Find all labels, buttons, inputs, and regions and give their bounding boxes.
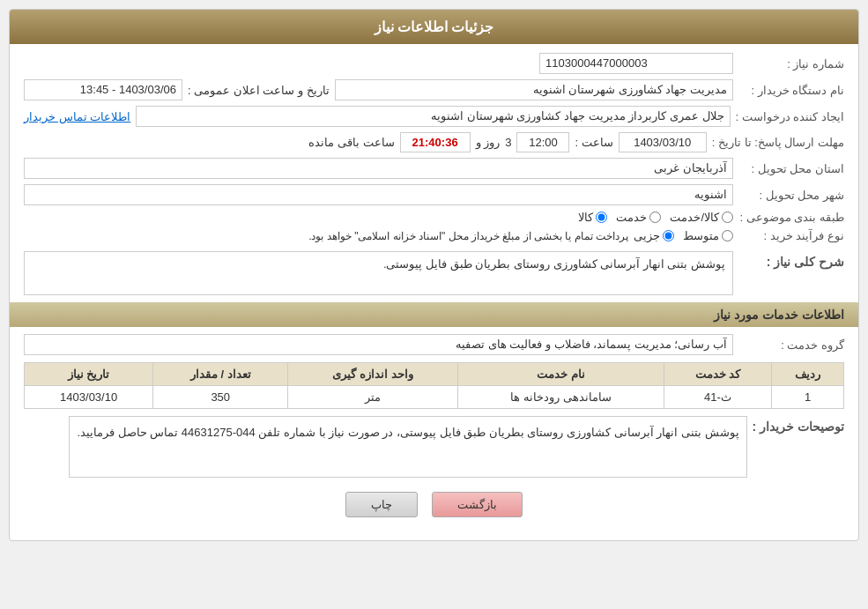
- description-value: پوشش بتنی انهار آبرسانی کشاورزی روستای ب…: [24, 251, 733, 295]
- col-row: ردیف: [772, 363, 844, 386]
- buyer-label: نام دستگاه خریدار :: [738, 84, 844, 97]
- services-section-title: اطلاعات خدمات مورد نیاز: [10, 302, 858, 327]
- footer-buttons: بازگشت چاپ: [24, 492, 844, 531]
- description-label: شرح کلی نیاز :: [738, 251, 844, 269]
- purchase-type-mutawassit-label: متوسط: [683, 229, 719, 242]
- table-cell-unit: متر: [288, 386, 458, 409]
- service-group-value: آب رسانی؛ مدیریت پسماند، فاضلاب و فعالیت…: [24, 334, 733, 355]
- col-code: کد خدمت: [664, 363, 771, 386]
- purchase-type-radio-group: متوسط جزیی: [634, 229, 733, 242]
- category-radio-khadamat[interactable]: [649, 212, 661, 223]
- purchase-type-option-mutawassit[interactable]: متوسط: [683, 229, 733, 242]
- buyer-value: مدیریت جهاد کشاورزی شهرستان اشنویه: [335, 79, 733, 100]
- back-button[interactable]: بازگشت: [432, 492, 523, 517]
- table-cell-code: ث-41: [664, 386, 771, 409]
- col-quantity: تعداد / مقدار: [153, 363, 288, 386]
- requester-label: ایجاد کننده درخواست :: [736, 110, 844, 123]
- announce-datetime-label: تاریخ و ساعت اعلان عمومی :: [188, 84, 330, 97]
- deadline-time: 12:00: [516, 132, 569, 152]
- requester-value: جلال عمری کاربرداز مدیریت جهاد کشاورزی ش…: [136, 106, 730, 127]
- province-label: استان محل تحویل :: [738, 162, 844, 175]
- need-number-value: 1103000447000003: [539, 53, 733, 74]
- city-label: شهر محل تحویل :: [738, 189, 844, 202]
- table-cell-name: ساماندهی رودخانه ها: [458, 386, 664, 409]
- table-cell-quantity: 350: [153, 386, 288, 409]
- purchase-type-juzii-label: جزیی: [634, 229, 660, 242]
- services-table: ردیف کد خدمت نام خدمت واحد اندازه گیری ت…: [24, 362, 844, 409]
- deadline-label: مهلت ارسال پاسخ: تا تاریخ :: [712, 136, 844, 149]
- service-group-label: گروه خدمت :: [738, 338, 844, 352]
- category-option-kala-label: کالا: [578, 211, 593, 224]
- deadline-day-label: روز و: [476, 136, 501, 149]
- category-option-kala-khadamat[interactable]: کالا/خدمت: [670, 211, 733, 224]
- deadline-date: 1403/03/10: [619, 132, 707, 152]
- print-button[interactable]: چاپ: [345, 492, 418, 517]
- category-option-kala-khadamat-label: کالا/خدمت: [670, 211, 719, 224]
- table-cell-row: 1: [772, 386, 844, 409]
- category-radio-group: کالا/خدمت خدمت کالا: [578, 211, 733, 224]
- category-option-kala[interactable]: کالا: [578, 211, 607, 224]
- purchase-type-note: پرداخت تمام یا بخشی از مبلغ خریداز محل "…: [24, 230, 628, 242]
- province-value: آذربایجان غربی: [24, 158, 733, 179]
- category-radio-kala-khadamat[interactable]: [722, 212, 733, 223]
- col-date: تاریخ نیاز: [25, 363, 153, 386]
- purchase-type-radio-mutawassit[interactable]: [722, 230, 733, 241]
- countdown-value: 21:40:36: [400, 132, 471, 152]
- purchase-type-radio-juzii[interactable]: [663, 230, 674, 241]
- countdown-label: ساعت باقی مانده: [308, 136, 394, 149]
- purchase-type-label: نوع فرآیند خرید :: [738, 229, 844, 242]
- table-row: 1ث-41ساماندهی رودخانه هامتر3501403/03/10: [25, 386, 844, 409]
- deadline-days-value: 3: [505, 136, 511, 149]
- deadline-time-label: ساعت :: [575, 136, 612, 149]
- buyer-notes-value: پوشش بتنی انهار آبرسانی کشاورزی روستای ب…: [69, 416, 746, 478]
- page-title: جزئیات اطلاعات نیاز: [10, 10, 858, 44]
- col-unit: واحد اندازه گیری: [288, 363, 458, 386]
- category-label: طبقه بندی موضوعی :: [738, 211, 844, 224]
- need-number-label: شماره نیاز :: [738, 57, 844, 71]
- announce-datetime-value: 1403/03/06 - 13:45: [24, 79, 182, 100]
- purchase-type-option-juzii[interactable]: جزیی: [634, 229, 674, 242]
- buyer-notes-label: توصیحات خریدار :: [753, 416, 844, 434]
- contact-link[interactable]: اطلاعات تماس خریدار: [24, 110, 130, 123]
- city-value: اشنویه: [24, 184, 733, 205]
- category-radio-kala[interactable]: [596, 212, 607, 223]
- category-option-khadamat[interactable]: خدمت: [616, 211, 661, 224]
- table-cell-date: 1403/03/10: [25, 386, 153, 409]
- col-name: نام خدمت: [458, 363, 664, 386]
- category-option-khadamat-label: خدمت: [616, 211, 647, 224]
